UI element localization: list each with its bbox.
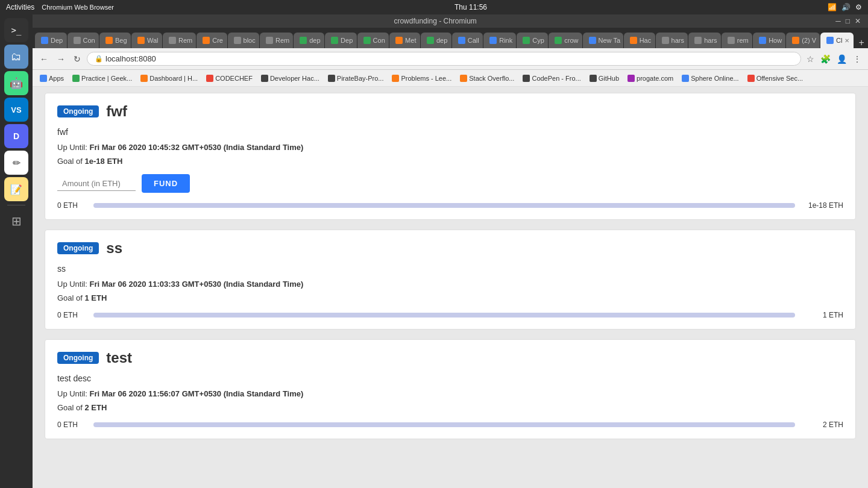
fund-input-fwf[interactable]: [57, 177, 136, 191]
forward-button[interactable]: →: [54, 53, 68, 65]
browser-window: crowdfunding - Chromium ─ □ ✕ Dep Con Be…: [33, 14, 868, 87]
browser-title: crowdfunding - Chromium: [394, 17, 476, 25]
practice-icon: [72, 75, 80, 82]
profile-icon[interactable]: 👤: [835, 52, 849, 66]
bookmark-devhacks-label: Developer Hac...: [270, 75, 319, 82]
activities-label[interactable]: Activities: [6, 3, 34, 11]
browser-tabs-bar: Dep Con Beg Wal Rem Cre bloc Rem dep Dep…: [33, 28, 868, 48]
apps-icon: [40, 75, 47, 82]
status-badge-ss: Ongoing: [57, 242, 99, 254]
os-clock: Thu 11:56: [454, 3, 487, 11]
offensive-icon: [747, 75, 755, 82]
goal-label-fwf: 1e-18 ETH: [801, 201, 843, 210]
bookmark-dashboard-label: Dashboard | H...: [149, 75, 198, 82]
bookmark-stackoverflow[interactable]: Stack Overflo...: [456, 74, 518, 83]
bookmark-sphere-label: Sphere Online...: [691, 75, 739, 82]
menu-icon[interactable]: ⋮: [851, 52, 863, 66]
os-dock: >_ 🗂 🤖 VS D ✏ 📝 ⊞: [0, 14, 33, 488]
bookmark-codechef[interactable]: CODECHEF: [203, 74, 256, 83]
campaign-goal-test: Goal of 2 ETH: [57, 403, 843, 412]
bookmark-apps[interactable]: Apps: [36, 74, 68, 83]
bookmark-offensive[interactable]: Offensive Sec...: [744, 74, 807, 83]
dock-inkscape[interactable]: ✏: [4, 151, 28, 175]
bookmark-piratebay[interactable]: PirateBay-Pro...: [324, 74, 388, 83]
bookmark-github-label: GitHub: [599, 75, 619, 82]
codepen-icon: [523, 75, 530, 82]
new-tab-button[interactable]: +: [855, 37, 868, 48]
tab-bloc[interactable]: bloc: [228, 33, 260, 48]
bookmark-star-icon[interactable]: ☆: [805, 52, 816, 66]
tab-dep2[interactable]: dep: [294, 33, 324, 48]
tab-rem2[interactable]: Rem: [260, 33, 293, 48]
status-badge-fwf: Ongoing: [57, 105, 99, 117]
tab-dep1[interactable]: Dep: [35, 33, 67, 48]
github-icon: [590, 75, 597, 82]
tab-cre[interactable]: Cre: [197, 33, 227, 48]
tab-new[interactable]: New Ta: [583, 33, 623, 48]
bookmark-codepen[interactable]: CodePen - Fro...: [519, 74, 584, 83]
bookmark-github[interactable]: GitHub: [586, 74, 623, 83]
tab-dep4[interactable]: dep: [421, 33, 451, 48]
tab-cal[interactable]: Call: [452, 33, 483, 48]
status-badge-test: Ongoing: [57, 352, 99, 364]
bookmark-devhacks[interactable]: Developer Hac...: [257, 74, 323, 83]
goal-label-test: 2 ETH: [801, 421, 843, 429]
bookmark-practice[interactable]: Practice | Geek...: [69, 74, 136, 83]
campaign-goal-fwf: Goal of 1e-18 ETH: [57, 157, 843, 166]
tab-rem1[interactable]: Rem: [163, 33, 196, 48]
tab-con2[interactable]: Con: [357, 33, 389, 48]
progress-row-test: 0 ETH 2 ETH: [57, 421, 843, 429]
progress-bar-test: [93, 422, 795, 427]
dock-vscode[interactable]: VS: [4, 98, 28, 122]
tab-met[interactable]: Met: [389, 33, 420, 48]
sphere-icon: [682, 75, 689, 82]
dock-notes[interactable]: 📝: [4, 177, 28, 201]
tab-crow[interactable]: crow: [549, 33, 582, 48]
tab-beg[interactable]: Beg: [99, 33, 131, 48]
tab-wal[interactable]: Wal: [131, 33, 162, 48]
reload-button[interactable]: ↻: [71, 53, 83, 65]
tab-cyp[interactable]: Cyp: [517, 33, 548, 48]
tab-con1[interactable]: Con: [68, 33, 99, 48]
bookmark-sphere[interactable]: Sphere Online...: [678, 74, 743, 83]
dock-android[interactable]: 🤖: [4, 71, 28, 95]
progress-row-fwf: 0 ETH 1e-18 ETH: [57, 201, 843, 210]
bookmark-progate[interactable]: progate.com: [624, 74, 677, 83]
tab-dep3[interactable]: Dep: [325, 33, 357, 48]
minimize-button[interactable]: ─: [835, 17, 841, 25]
bookmarks-bar: Apps Practice | Geek... Dashboard | H...…: [33, 70, 868, 87]
campaign-title-ss: ss: [106, 240, 122, 257]
tab-notif[interactable]: (2) V: [786, 33, 820, 48]
url-bar[interactable]: 🔒 localhost:8080: [87, 52, 801, 66]
dock-discord[interactable]: D: [4, 124, 28, 148]
campaign-card-test: Ongoing test test desc Up Until: Fri Mar…: [45, 339, 856, 439]
browser-titlebar: crowdfunding - Chromium ─ □ ✕: [33, 14, 868, 28]
close-button[interactable]: ✕: [855, 17, 861, 25]
tab-crowdfunding[interactable]: Cl✕: [820, 33, 853, 48]
extension-icon[interactable]: 🧩: [819, 52, 832, 66]
dock-terminal[interactable]: >_: [4, 18, 28, 42]
fund-button-fwf[interactable]: FUND: [142, 174, 190, 193]
tab-how[interactable]: How: [753, 33, 785, 48]
maximize-button[interactable]: □: [846, 17, 850, 25]
tab-rink[interactable]: Rink: [483, 33, 516, 48]
campaign-goal-ss: Goal of 1 ETH: [57, 293, 843, 302]
bookmark-problems[interactable]: Problems - Lee...: [388, 74, 455, 83]
campaign-until-fwf: Up Until: Fri Mar 06 2020 10:45:32 GMT+0…: [57, 143, 843, 152]
back-button[interactable]: ←: [37, 53, 51, 65]
bookmark-progate-label: progate.com: [637, 75, 673, 82]
fund-row-fwf: FUND: [57, 174, 843, 193]
tab-har1[interactable]: hars: [656, 33, 688, 48]
tab-har2[interactable]: hars: [688, 33, 721, 48]
bookmark-dashboard[interactable]: Dashboard | H...: [137, 74, 201, 83]
card-header-ss: Ongoing ss: [57, 240, 843, 257]
codechef-icon: [206, 75, 213, 82]
dashboard-icon: [140, 75, 148, 82]
browser-indicator: Chromium Web Browser: [42, 4, 114, 11]
dock-files[interactable]: 🗂: [4, 45, 28, 69]
dock-apps-grid[interactable]: ⊞: [4, 209, 28, 233]
tab-hac[interactable]: Hac: [624, 33, 655, 48]
bookmark-problems-label: Problems - Lee...: [401, 75, 451, 82]
bookmark-piratebay-label: PirateBay-Pro...: [337, 75, 384, 82]
tab-rem3[interactable]: rem: [722, 33, 752, 48]
